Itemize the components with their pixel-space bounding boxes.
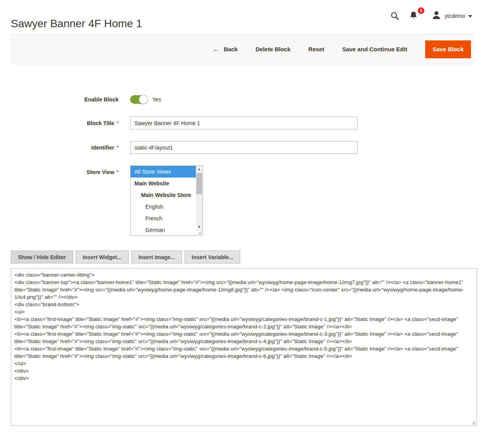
user-icon (431, 10, 441, 22)
store-view-option-english[interactable]: English (131, 201, 196, 213)
account-menu[interactable]: ytcdemo (431, 10, 472, 22)
enable-block-row: Enable Block Yes (0, 95, 485, 104)
scroll-up-icon[interactable]: ▲ (196, 166, 202, 173)
save-block-button[interactable]: Save Block (425, 40, 471, 58)
block-title-input[interactable] (130, 117, 358, 129)
block-title-label: Block Title* (0, 120, 119, 126)
save-and-continue-button[interactable]: Save and Continue Edit (342, 46, 407, 52)
store-view-option-german[interactable]: German (131, 224, 196, 236)
back-arrow-icon: ← (213, 45, 220, 53)
identifier-row: Identifier* (0, 141, 485, 154)
content-editor: <div class="banner-center-litting"> <div… (11, 268, 477, 426)
bell-icon (409, 10, 418, 21)
required-asterisk: * (117, 169, 119, 175)
store-view-option-main-website-store[interactable]: Main Website Store (131, 189, 196, 201)
resize-grip-icon[interactable] (201, 234, 201, 234)
enable-block-toggle[interactable] (130, 95, 148, 104)
store-view-option-main-website[interactable]: Main Website (131, 178, 196, 189)
block-title-row: Block Title* (0, 117, 485, 129)
toggle-knob (139, 95, 148, 104)
header-actions: 1 ytcdemo (390, 9, 472, 23)
resize-grip-icon[interactable] (475, 424, 475, 424)
page-title: Sawyer Banner 4F Home 1 (11, 17, 142, 30)
notifications-button[interactable]: 1 (409, 10, 422, 21)
store-view-options: All Store Views Main Website Main Websit… (131, 166, 196, 235)
enable-block-label: Enable Block (0, 96, 119, 103)
show-hide-editor-button[interactable]: Show / Hide Editor (11, 251, 73, 263)
insert-widget-button[interactable]: Insert Widget... (76, 251, 129, 263)
notification-badge: 1 (418, 7, 424, 14)
page-actions-toolbar: ← Back Delete Block Reset Save and Conti… (11, 34, 475, 64)
chevron-down-icon (468, 15, 472, 17)
search-icon[interactable] (390, 11, 400, 21)
cms-block-edit-page: Sawyer Banner 4F Home 1 1 ytcdemo ← Back… (0, 0, 485, 448)
store-view-listbox[interactable]: All Store Views Main Website Main Websit… (130, 166, 203, 236)
identifier-input[interactable] (130, 141, 358, 154)
required-asterisk: * (117, 120, 119, 126)
required-asterisk: * (117, 145, 119, 150)
back-button[interactable]: ← Back (213, 45, 238, 53)
block-form: Enable Block Yes Block Title* Identifier… (0, 95, 485, 248)
store-view-option-french[interactable]: French (131, 213, 196, 224)
store-view-label: Store View* (0, 166, 119, 175)
insert-image-button[interactable]: Insert Image... (131, 251, 182, 263)
enable-block-value: Yes (152, 96, 161, 103)
store-view-option-all-store-views[interactable]: All Store Views (131, 166, 196, 178)
reset-button[interactable]: Reset (309, 46, 324, 52)
insert-variable-button[interactable]: Insert Variable... (185, 251, 240, 263)
scroll-down-icon[interactable]: ▼ (196, 224, 202, 230)
store-view-row: Store View* All Store Views Main Website… (0, 166, 485, 236)
delete-block-button[interactable]: Delete Block (256, 46, 291, 52)
editor-buttons: Show / Hide Editor Insert Widget... Inse… (11, 251, 240, 263)
content-editor-textarea[interactable]: <div class="banner-center-litting"> <div… (11, 268, 476, 425)
listbox-scrollbar[interactable]: ▲ ▼ (196, 166, 202, 230)
identifier-label: Identifier* (0, 145, 119, 151)
scrollbar-thumb[interactable] (196, 173, 202, 194)
back-button-label: Back (224, 46, 238, 52)
username-label: ytcdemo (445, 13, 465, 19)
